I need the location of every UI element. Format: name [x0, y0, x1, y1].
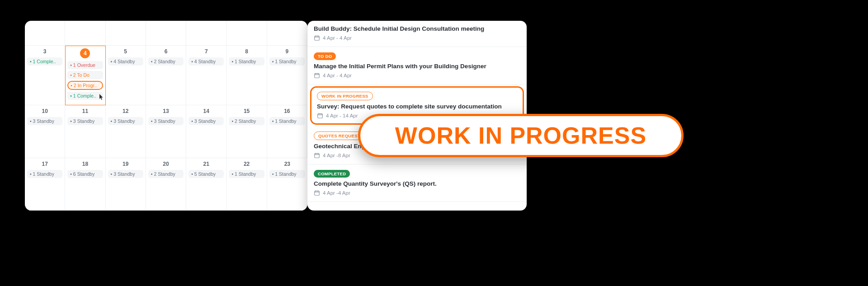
calendar-chip[interactable]: • 1 Overdue — [67, 61, 103, 69]
calendar-chip[interactable]: • 1 Comple.. — [67, 92, 103, 100]
calendar-day-number: 9 — [269, 48, 305, 55]
calendar-day-today: 4 — [80, 48, 90, 58]
status-badge: COMPLETED — [314, 170, 350, 178]
calendar-cell[interactable]: 3• 1 Comple.. — [25, 46, 65, 105]
calendar-chip[interactable]: • 3 Standby — [108, 117, 143, 125]
calendar-day-number: 11 — [67, 108, 103, 114]
calendar-panel: 3• 1 Comple..4• 1 Overdue• 2 To Do• 2 In… — [25, 21, 307, 211]
calendar-cell[interactable] — [65, 21, 105, 46]
calendar-day-number: 18 — [67, 161, 103, 167]
calendar-chip[interactable]: • 1 Standby — [269, 170, 305, 178]
task-item[interactable]: TO DOManage the Initial Permit Plans wit… — [307, 47, 527, 84]
calendar-day-number: 7 — [189, 48, 224, 55]
calendar-day-number: 5 — [108, 48, 143, 55]
calendar-day-number: 16 — [269, 108, 305, 114]
task-date-text: 4 Apr - 4 Apr — [323, 73, 352, 78]
calendar-chip[interactable]: • 6 Standby — [67, 170, 103, 178]
calendar-cell[interactable]: 14• 3 Standby — [186, 105, 226, 158]
calendar-icon — [314, 190, 320, 196]
calendar-cell[interactable]: 20• 2 Standby — [146, 158, 186, 211]
calendar-day-number: 20 — [148, 161, 184, 167]
calendar-cell[interactable]: 10• 3 Standby — [25, 105, 65, 158]
task-title: Survey: Request quotes to complete site … — [317, 103, 517, 110]
calendar-grid: 3• 1 Comple..4• 1 Overdue• 2 To Do• 2 In… — [25, 21, 307, 211]
svg-rect-1 — [315, 74, 320, 78]
calendar-chip[interactable]: • 1 Comple.. — [27, 57, 62, 66]
calendar-cell[interactable]: 13• 3 Standby — [146, 105, 186, 158]
calendar-chip[interactable]: • 1 Standby — [27, 170, 62, 178]
calendar-day-number: 14 — [189, 108, 224, 114]
calendar-chip[interactable]: • 2 In Progr.. — [67, 81, 103, 90]
calendar-chip[interactable]: • 2 Standby — [148, 170, 184, 178]
calendar-cell[interactable]: 12• 3 Standby — [106, 105, 146, 158]
calendar-cell[interactable] — [226, 21, 267, 46]
calendar-cell[interactable] — [186, 21, 226, 46]
calendar-day-number: 23 — [269, 161, 305, 167]
task-title: Complete Quantity Surveyor's (QS) report… — [314, 180, 520, 187]
calendar-cell[interactable]: 17• 1 Standby — [25, 158, 65, 211]
calendar-cell[interactable]: 21• 5 Standby — [186, 158, 226, 211]
calendar-icon — [317, 113, 323, 119]
calendar-cell[interactable]: 7• 4 Standby — [186, 46, 226, 105]
calendar-day-number: 15 — [229, 108, 264, 114]
calendar-cell[interactable]: 6• 2 Standby — [146, 46, 186, 105]
calendar-cell[interactable]: 8• 1 Standby — [226, 46, 267, 105]
calendar-chip[interactable]: • 3 Standby — [27, 117, 62, 125]
calendar-day-number: 6 — [148, 48, 184, 55]
calendar-day-number: 13 — [148, 108, 184, 114]
calendar-cell[interactable]: 9• 1 Standby — [267, 46, 307, 105]
task-item[interactable]: Build Buddy: Schedule Initial Design Con… — [307, 21, 527, 47]
calendar-chip[interactable]: • 1 Standby — [229, 57, 264, 66]
task-date-text: 4 Apr - 14 Apr — [326, 113, 358, 118]
overlay-pill-text: WORK IN PROGRESS — [395, 122, 646, 149]
calendar-cell[interactable]: 23• 1 Standby — [267, 158, 307, 211]
calendar-chip[interactable]: • 5 Standby — [189, 170, 224, 178]
calendar-day-number: 22 — [229, 161, 264, 167]
calendar-day-number: 12 — [108, 108, 143, 114]
calendar-chip[interactable]: • 2 Standby — [148, 57, 184, 66]
calendar-chip[interactable]: • 2 Standby — [229, 117, 264, 125]
svg-rect-4 — [315, 191, 320, 195]
status-badge: WORK IN PROGRESS — [317, 92, 373, 100]
task-date-row: 4 Apr - 4 Apr — [314, 72, 520, 79]
calendar-day-number: 8 — [229, 48, 264, 55]
calendar-chip[interactable]: • 2 To Do — [67, 71, 103, 79]
calendar-cell[interactable] — [146, 21, 186, 46]
calendar-cell[interactable] — [267, 21, 307, 46]
task-item[interactable]: COMPLETEDComplete Quantity Surveyor's (Q… — [307, 164, 527, 202]
calendar-cell[interactable]: 22• 1 Standby — [226, 158, 267, 211]
task-title: Manage the Initial Permit Plans with you… — [314, 63, 520, 70]
calendar-icon — [314, 152, 320, 159]
task-date-row: 4 Apr - 4 Apr — [314, 35, 520, 41]
calendar-day-number: 3 — [27, 48, 62, 55]
calendar-cell[interactable]: 19• 3 Standby — [106, 158, 146, 211]
calendar-cell[interactable]: 11• 3 Standby — [65, 105, 105, 158]
calendar-chip[interactable]: • 3 Standby — [148, 117, 184, 125]
calendar-chip[interactable]: • 3 Standby — [189, 117, 224, 125]
task-date-row: 4 Apr -4 Apr — [314, 190, 520, 196]
calendar-cell[interactable]: 15• 2 Standby — [226, 105, 267, 158]
calendar-chip[interactable]: • 3 Standby — [67, 117, 103, 125]
task-date-text: 4 Apr - 4 Apr — [323, 35, 352, 41]
calendar-chip[interactable]: • 3 Standby — [108, 170, 143, 178]
calendar-icon — [314, 72, 320, 79]
calendar-chip[interactable]: • 4 Standby — [189, 57, 224, 66]
status-badge: TO DO — [314, 52, 336, 60]
calendar-cell[interactable]: 5• 4 Standby — [106, 46, 146, 105]
task-date-text: 4 Apr -8 Apr — [323, 153, 350, 158]
calendar-chip[interactable]: • 4 Standby — [108, 57, 143, 66]
task-title: Build Buddy: Schedule Initial Design Con… — [314, 25, 520, 32]
task-date-text: 4 Apr -4 Apr — [323, 190, 350, 196]
calendar-icon — [314, 35, 320, 41]
calendar-cell[interactable] — [25, 21, 65, 46]
calendar-day-number: 10 — [27, 108, 62, 114]
calendar-cell[interactable]: 18• 6 Standby — [65, 158, 105, 211]
calendar-cell[interactable] — [106, 21, 146, 46]
calendar-day-number: 21 — [189, 161, 224, 167]
calendar-chip[interactable]: • 1 Standby — [269, 57, 305, 66]
calendar-cell[interactable]: 16• 1 Standby — [267, 105, 307, 158]
calendar-cell[interactable]: 4• 1 Overdue• 2 To Do• 2 In Progr..• 1 C… — [65, 46, 105, 105]
calendar-chip[interactable]: • 1 Standby — [229, 170, 264, 178]
calendar-day-number: 17 — [27, 161, 62, 167]
calendar-chip[interactable]: • 1 Standby — [269, 117, 305, 125]
